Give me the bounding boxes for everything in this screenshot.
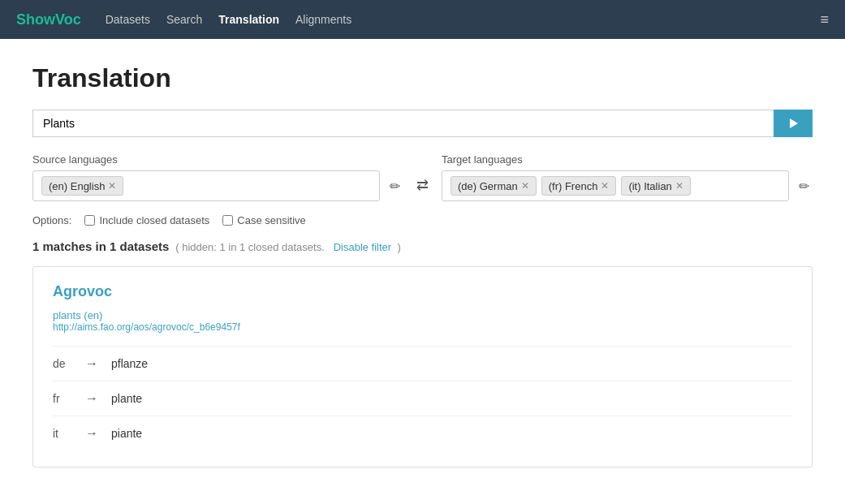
search-button[interactable] xyxy=(774,110,813,137)
results-summary: 1 matches in 1 datasets ( hidden: 1 in 1… xyxy=(32,239,813,253)
source-tag-en-label: (en) English xyxy=(49,180,105,192)
translation-row-it: it → piante xyxy=(53,416,792,450)
swap-languages-button[interactable]: ⇄ xyxy=(413,173,432,197)
brand-text: ShowVoc xyxy=(16,11,81,28)
menu-icon[interactable]: ≡ xyxy=(820,11,829,28)
include-closed-checkbox[interactable] xyxy=(84,215,95,226)
closing-paren: ) xyxy=(397,241,400,253)
swap-icon: ⇄ xyxy=(416,177,429,193)
source-language-input-row: (en) English ✕ ✏ xyxy=(32,170,403,201)
page-title: Translation xyxy=(32,63,813,93)
lang-code-fr: fr xyxy=(53,392,72,405)
nav-translation[interactable]: Translation xyxy=(218,10,279,29)
include-closed-label: Include closed datasets xyxy=(99,214,209,226)
target-tag-it-label: (it) Italian xyxy=(628,180,671,192)
case-sensitive-checkbox[interactable] xyxy=(222,215,233,226)
lang-code-de: de xyxy=(53,357,72,370)
source-tag-en-remove[interactable]: ✕ xyxy=(108,180,116,192)
target-tag-it-remove[interactable]: ✕ xyxy=(675,180,683,192)
results-count: 1 matches in 1 datasets xyxy=(32,239,169,253)
target-tag-de-remove[interactable]: ✕ xyxy=(521,180,529,192)
main-content: Translation Source languages (en) Englis… xyxy=(0,39,845,504)
case-sensitive-option[interactable]: Case sensitive xyxy=(222,214,306,226)
search-input[interactable] xyxy=(32,110,774,137)
target-tag-fr-remove[interactable]: ✕ xyxy=(601,180,609,192)
disable-filter-link[interactable]: Disable filter xyxy=(330,241,394,253)
brand-logo[interactable]: ShowVoc xyxy=(16,11,81,28)
svg-marker-0 xyxy=(790,118,798,128)
target-language-tags-box: (de) German ✕ (fr) French ✕ (it) Italian… xyxy=(442,170,789,201)
search-run-icon xyxy=(787,117,800,130)
languages-row: Source languages (en) English ✕ ✏ ⇄ Targ… xyxy=(32,153,813,201)
nav-alignments[interactable]: Alignments xyxy=(295,10,351,29)
arrow-icon-it: → xyxy=(85,426,98,441)
translation-value-de: pflanze xyxy=(111,357,148,370)
search-bar xyxy=(32,110,813,137)
pencil-icon-target: ✏ xyxy=(799,179,809,193)
target-tag-de-label: (de) German xyxy=(458,180,518,192)
translation-value-it: piante xyxy=(111,427,142,440)
source-language-edit-button[interactable]: ✏ xyxy=(386,175,403,197)
arrow-icon-fr: → xyxy=(85,391,98,406)
options-row: Options: Include closed datasets Case se… xyxy=(32,214,813,226)
arrow-icon-de: → xyxy=(85,356,98,371)
case-sensitive-label: Case sensitive xyxy=(237,214,306,226)
results-hidden-info: ( hidden: 1 in 1 closed datasets. Disabl… xyxy=(173,241,401,253)
options-label: Options: xyxy=(32,214,71,226)
target-language-input-row: (de) German ✕ (fr) French ✕ (it) Italian… xyxy=(442,170,813,201)
include-closed-option[interactable]: Include closed datasets xyxy=(84,214,209,226)
source-language-label: Source languages xyxy=(32,153,403,166)
result-card-title[interactable]: Agrovoc xyxy=(53,283,792,300)
entry-label: plants (en) xyxy=(53,309,102,321)
translation-row-de: de → pflanze xyxy=(53,346,792,381)
target-language-group: Target languages (de) German ✕ (fr) Fren… xyxy=(442,153,813,201)
nav-datasets[interactable]: Datasets xyxy=(106,10,150,29)
result-card: Agrovoc plants (en) http://aims.fao.org/… xyxy=(32,266,813,467)
source-language-group: Source languages (en) English ✕ ✏ xyxy=(32,153,403,201)
target-tag-it: (it) Italian ✕ xyxy=(621,176,690,196)
source-tag-en: (en) English ✕ xyxy=(41,176,123,196)
navbar: ShowVoc Datasets Search Translation Alig… xyxy=(0,0,845,39)
target-tag-fr-label: (fr) French xyxy=(549,180,598,192)
disable-filter-label: Disable filter xyxy=(334,241,392,253)
target-language-edit-button[interactable]: ✏ xyxy=(795,175,813,197)
translation-row-fr: fr → plante xyxy=(53,381,792,416)
translation-value-fr: plante xyxy=(111,392,142,405)
hidden-text: ( hidden: 1 in 1 closed datasets. xyxy=(175,241,325,253)
nav-links: Datasets Search Translation Alignments xyxy=(106,10,821,29)
entry-uri[interactable]: http://aims.fao.org/aos/agrovoc/c_b6e945… xyxy=(53,321,792,333)
source-language-tags-box: (en) English ✕ xyxy=(32,170,380,201)
nav-search[interactable]: Search xyxy=(166,10,202,29)
target-tag-de: (de) German ✕ xyxy=(451,176,537,196)
entry-uri-text: http://aims.fao.org/aos/agrovoc/c_b6e945… xyxy=(53,321,240,333)
target-tag-fr: (fr) French ✕ xyxy=(541,176,617,196)
pencil-icon: ✏ xyxy=(390,179,400,193)
target-language-label: Target languages xyxy=(442,153,813,166)
lang-code-it: it xyxy=(53,427,72,440)
